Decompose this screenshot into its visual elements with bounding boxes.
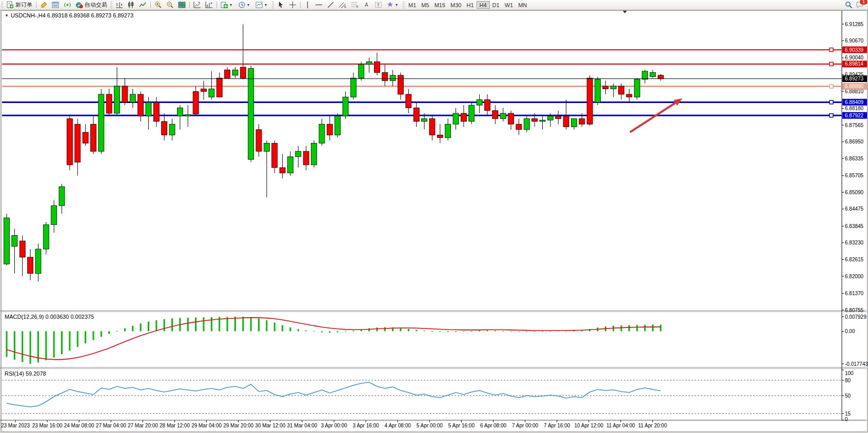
crosshair-tool-button[interactable] [287, 1, 299, 9]
line-chart-mode-button[interactable] [137, 1, 149, 9]
rsi-indicator-label: RSI(14) 59.2078 [5, 370, 46, 377]
template-button[interactable]: ▾ [253, 1, 271, 9]
text-tool[interactable]: A [361, 1, 372, 9]
timeframe-button-W1[interactable]: W1 [502, 1, 516, 9]
toolbar-separator [150, 2, 151, 8]
candle-chart-mode-button[interactable] [125, 1, 137, 9]
equidistant-channel-icon: E [339, 1, 347, 9]
report-chart-icon [205, 1, 213, 9]
trendline-icon [327, 1, 334, 9]
optimization-button[interactable] [203, 1, 215, 9]
tester-chart-icon [193, 1, 201, 9]
line-chart-icon [139, 1, 147, 9]
notification-badge: 1 [860, 0, 867, 5]
bar-chart-mode-button[interactable] [113, 1, 125, 9]
styler-button[interactable] [38, 1, 50, 9]
text-label-tool[interactable]: T [372, 1, 384, 9]
timeframe-button-H1[interactable]: H1 [464, 1, 476, 9]
tile-windows-button[interactable] [176, 1, 188, 9]
market-watch-button[interactable] [50, 1, 62, 9]
toolbar-grip[interactable] [1, 2, 3, 8]
svg-text:T: T [377, 3, 380, 8]
timeframe-button-M5[interactable]: M5 [419, 1, 431, 9]
strategy-tester-button[interactable] [191, 1, 203, 9]
candlestick-chart-icon [127, 1, 135, 9]
crosshair-icon [289, 1, 297, 9]
fibonacci-tool[interactable]: F [349, 1, 361, 9]
svg-text:F: F [357, 5, 359, 8]
timeframe-button-M15[interactable]: M15 [432, 1, 448, 9]
svg-text:E: E [344, 5, 346, 8]
notifications-button[interactable]: 1 [856, 1, 864, 9]
timeframe-toolbar: M1M5M15M30H1H4D1W1MN [406, 1, 529, 9]
zoom-out-icon [166, 1, 174, 9]
auto-trading-label: 自动交易 [85, 1, 107, 9]
add-indicator-icon [221, 1, 228, 9]
search-icon[interactable] [845, 1, 853, 9]
timeframe-button-D1[interactable]: D1 [490, 1, 502, 9]
text-label-icon: T [374, 1, 382, 9]
zoom-in-icon [154, 1, 162, 9]
signals-button[interactable] [62, 1, 73, 9]
period-button[interactable]: ▾ [236, 1, 253, 9]
channel-tool[interactable]: E [337, 1, 349, 9]
fibonacci-icon: F [351, 1, 359, 9]
vertical-line-tool[interactable] [302, 1, 313, 9]
main-toolbar: 新订单 [0, 0, 868, 10]
zoom-out-button[interactable] [164, 1, 176, 9]
window-icon [52, 1, 60, 9]
signal-icon [64, 1, 71, 9]
dropdown-caret-icon: ▾ [265, 3, 267, 7]
toolbar-separator [189, 2, 190, 8]
shapes-tool[interactable]: ▾ [384, 1, 402, 9]
dropdown-caret-icon: ▾ [230, 3, 232, 7]
timeframe-button-M1[interactable]: M1 [406, 1, 419, 9]
template-icon [255, 1, 263, 9]
vertical-line-icon [304, 1, 311, 9]
horizontal-line-icon [315, 1, 323, 9]
new-order-button[interactable]: 新订单 [4, 1, 34, 9]
toolbar-separator [300, 2, 301, 8]
zoom-in-button[interactable] [152, 1, 164, 9]
brush-icon [40, 1, 48, 9]
toolbar-grip[interactable] [110, 2, 112, 8]
toolbar-separator [216, 2, 217, 8]
cursor-tool-button[interactable] [275, 1, 287, 9]
dropdown-caret-icon: ▾ [247, 3, 249, 7]
toolbar-grip[interactable] [403, 2, 405, 8]
toolbar-grip[interactable] [272, 2, 274, 8]
dropdown-caret-icon: ▾ [396, 3, 398, 7]
collapse-caret-icon[interactable]: ▼ [5, 13, 9, 18]
svg-text:A: A [365, 2, 368, 8]
tile-windows-icon [178, 1, 186, 9]
mt4-application: 新订单 [0, 0, 868, 433]
toolbar-right-group: 1 [845, 1, 868, 9]
symbol-ohlc-text: USDCNH-,H4 6.89318 6.89368 6.89273 6.892… [11, 12, 133, 18]
timeframe-button-MN[interactable]: MN [516, 1, 529, 9]
add-indicator-button[interactable]: ▾ [219, 1, 236, 9]
timeframe-button-H4[interactable]: H4 [477, 1, 490, 9]
chart-window [1, 10, 867, 432]
macd-indicator-label: MACD(12,26,9) 0.003630 0.002375 [5, 314, 94, 320]
toolbar-separator [36, 2, 36, 8]
trendline-tool[interactable] [325, 1, 337, 9]
bar-chart-icon [115, 1, 123, 9]
clock-icon [238, 1, 246, 9]
auto-trading-icon [75, 1, 83, 9]
text-icon: A [363, 1, 370, 9]
auto-trading-button[interactable]: 自动交易 [73, 1, 109, 9]
arrows-shapes-icon [386, 1, 394, 9]
new-order-icon [6, 1, 14, 9]
symbol-header: ▼USDCNH-,H4 6.89318 6.89368 6.89273 6.89… [5, 12, 133, 18]
horizontal-line-tool[interactable] [313, 1, 325, 9]
cursor-icon [277, 1, 285, 9]
new-order-label: 新订单 [15, 1, 32, 9]
timeframe-button-M30[interactable]: M30 [448, 1, 464, 9]
